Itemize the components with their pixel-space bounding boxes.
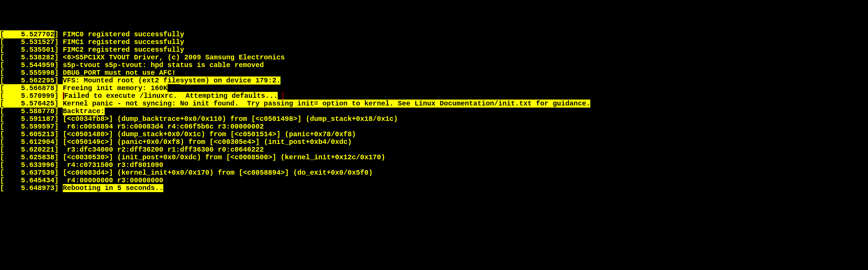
log-line: [ 5.599597] r6:c0058894 r5:c00083d4 r4:c… (0, 123, 868, 131)
timestamp: 5.538282 (4, 53, 54, 61)
log-message: VFS: Mounted root (ext2 filesystem) on d… (63, 76, 280, 85)
log-line: [ 5.544959] s5p-tvout s5p-tvout: hpd sta… (0, 61, 868, 69)
log-message: r3:dfc34000 r2:dff36200 r1:dff36300 r0:c… (63, 146, 264, 154)
timestamp: 5.562295 (4, 76, 54, 85)
log-line: [ 5.555998] DBUG_PORT must not use AFC! (0, 69, 868, 77)
log-line: [ 5.562295] VFS: Mounted root (ext2 file… (0, 77, 868, 85)
timestamp: 5.555998 (4, 69, 54, 77)
log-message: FIMC2 registered successfully (63, 46, 184, 54)
timestamp: 5.637539 (4, 169, 54, 177)
timestamp: 5.535501 (4, 46, 54, 54)
error-highlight-box: Failed to execute /linuxrc. Attempting d… (63, 92, 283, 100)
log-line: [ 5.605213] [<c0501480>] (dump_stack+0x0… (0, 131, 868, 138)
log-message: Backtrace: (63, 107, 105, 115)
log-message: [<c050149c>] (panic+0x0/0xf8) from [<c00… (63, 138, 352, 146)
log-message: Freeing init memory: 160K (63, 84, 167, 92)
log-message: Failed to execute /linuxrc. Attempting d… (64, 92, 278, 100)
log-line: [ 5.535501] FIMC2 registered successfull… (0, 46, 868, 54)
log-message: FIMC1 registered successfully (63, 38, 184, 46)
log-line: [ 5.645434] r4:00000000 r3:00000000 (0, 177, 868, 184)
log-line: [ 5.648973] Rebooting in 5 seconds.. (0, 184, 868, 192)
log-message: [<c0030530>] (init_post+0x0/0xdc) from [… (63, 153, 385, 161)
timestamp: 5.591187 (4, 115, 54, 123)
log-message: [<c0501480>] (dump_stack+0x0/0x1c) from … (63, 130, 356, 138)
log-line: [ 5.566878] Freeing init memory: 160K (0, 85, 868, 92)
timestamp: [ 5.570999] (0, 92, 63, 100)
log-line: [ 5.591187] [<c0034fb8>] (dump_backtrace… (0, 115, 868, 123)
timestamp: 5.605213 (4, 130, 54, 138)
timestamp: 5.531527 (4, 38, 54, 46)
log-message: r4:00000000 r3:00000000 (63, 176, 163, 184)
log-message: FIMC0 registered successfully (63, 30, 184, 38)
log-line: [ 5.625838] [<c0030530>] (init_post+0x0/… (0, 154, 868, 161)
log-line: [ 5.570999] Failed to execute /linuxrc. … (0, 92, 868, 100)
log-message: r6:c0058894 r5:c00083d4 r4:c06f5b6c r3:0… (63, 123, 264, 131)
log-message: DBUG_PORT must not use AFC! (63, 69, 176, 77)
timestamp: 5.599597 (4, 123, 54, 131)
log-message: [<c0034fb8>] (dump_backtrace+0x0/0x110) … (63, 115, 398, 123)
timestamp: 5.588778 (4, 107, 54, 115)
log-line: [ 5.531527] FIMC1 registered successfull… (0, 38, 868, 46)
log-line-hl: [ 5.576425] Kernel panic - not syncing: … (0, 100, 590, 108)
timestamp: 5.645434 (4, 176, 54, 184)
timestamp: [ 5.566878] (0, 84, 63, 92)
log-line: [ 5.633996] r4:c0731500 r3:df801090 (0, 161, 868, 169)
log-line: [ 5.620221] r3:dfc34000 r2:dff36200 r1:d… (0, 146, 868, 154)
log-message: [<c00083d4>] (kernel_init+0x0/0x170) fro… (63, 169, 373, 177)
log-line: [ 5.538282] <6>S5PC1XX TVOUT Driver, (c)… (0, 54, 868, 61)
timestamp: 5.544959 (4, 61, 54, 69)
log-line: [ 5.588778] Backtrace: (0, 108, 868, 115)
log-line: [ 5.527702] FIMC0 registered successfull… (0, 31, 868, 38)
log-message: s5p-tvout s5p-tvout: hpd status is cable… (63, 61, 264, 69)
timestamp: 5.612904 (4, 138, 54, 146)
timestamp: 5.648973 (4, 184, 54, 192)
timestamp: 5.620221 (4, 146, 54, 154)
timestamp: 5.625838 (4, 153, 54, 161)
log-line: [ 5.576425] Kernel panic - not syncing: … (0, 100, 868, 108)
log-message: <6>S5PC1XX TVOUT Driver, (c) 2009 Samsun… (63, 53, 285, 61)
timestamp: 5.633996 (4, 161, 54, 169)
log-line: [ 5.612904] [<c050149c>] (panic+0x0/0xf8… (0, 138, 868, 146)
log-line: [ 5.637539] [<c00083d4>] (kernel_init+0x… (0, 169, 868, 177)
timestamp: 5.527702 (4, 30, 54, 38)
log-message: Rebooting in 5 seconds.. (63, 184, 163, 192)
log-message: r4:c0731500 r3:df801090 (63, 161, 163, 169)
terminal-output: [ 5.527702] FIMC0 registered successfull… (0, 31, 868, 192)
